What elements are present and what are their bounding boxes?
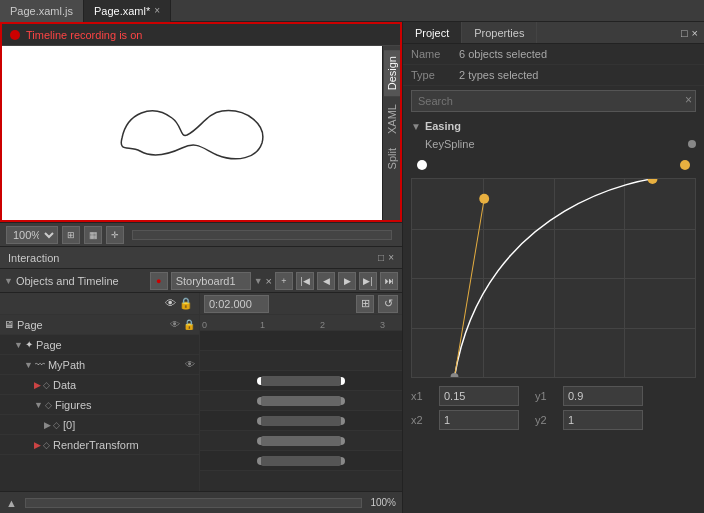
tl-row-rt	[200, 451, 402, 471]
tree-row-0[interactable]: ▶ ◇ [0]	[0, 415, 199, 435]
time-display[interactable]	[204, 295, 269, 313]
h-scrollbar[interactable]	[132, 230, 392, 240]
tl-add-marker-btn[interactable]: ⊞	[356, 295, 374, 313]
timeline-rows	[200, 331, 402, 491]
vtab-xaml-label: XAML	[386, 104, 398, 134]
canvas-content[interactable]	[2, 46, 382, 220]
tab-label: Page.xaml*	[94, 5, 150, 17]
easing-keyspline-label: KeySpline	[425, 138, 475, 150]
y1-input[interactable]	[563, 386, 643, 406]
storyboard-close-btn[interactable]: ×	[266, 275, 272, 287]
curve-circle-left[interactable]	[417, 160, 427, 170]
snap-btn[interactable]: ▦	[84, 226, 102, 244]
interaction-panel: Interaction □ × ▼ Objects and Timeline ●…	[0, 246, 402, 513]
right-panel-expand-icon[interactable]: □	[681, 27, 688, 39]
tree-row-rendertransform[interactable]: ▶ ◇ RenderTransform	[0, 435, 199, 455]
figures-diamond: ◇	[45, 400, 52, 410]
easing-keyspline-dot[interactable]	[688, 140, 696, 148]
page-label: Page	[36, 339, 62, 351]
vtab-split[interactable]: Split	[384, 142, 400, 175]
page-arrow: ▼	[14, 340, 23, 350]
control-fwd-btn[interactable]: ▶|	[359, 272, 377, 290]
tl-row-0	[200, 431, 402, 451]
y2-input[interactable]	[563, 410, 643, 430]
page-root-eye[interactable]: 👁	[170, 319, 180, 330]
bottom-up-arrow[interactable]: ▲	[6, 497, 17, 509]
search-clear-btn[interactable]: ×	[685, 93, 692, 107]
page-icon: ✦	[25, 339, 33, 350]
mypath-eye[interactable]: 👁	[185, 359, 195, 370]
storyboard-dropdown[interactable]: ▼	[254, 276, 263, 286]
add-keyframe-btn[interactable]: +	[275, 272, 293, 290]
tab-close-icon[interactable]: ×	[154, 5, 160, 16]
curve-circles-row	[411, 156, 696, 174]
easing-collapse-arrow[interactable]: ▼	[411, 121, 421, 132]
data-arrow: ▶	[34, 380, 41, 390]
interaction-close-icon[interactable]: ×	[388, 252, 394, 263]
tree-row-data[interactable]: ▶ ◇ Data	[0, 375, 199, 395]
h-timeline-scroll[interactable]	[25, 498, 363, 508]
tl-loop-btn[interactable]: ↺	[378, 295, 398, 313]
vtab-design[interactable]: Design	[384, 50, 400, 96]
fit-btn[interactable]: ✛	[106, 226, 124, 244]
control-prev-btn[interactable]: |◀	[296, 272, 314, 290]
collapse-arrow[interactable]: ▼	[4, 276, 13, 286]
tab-properties[interactable]: Properties	[462, 22, 537, 43]
left-panel: Timeline recording is on Design XAML	[0, 22, 403, 513]
right-panel-close-icon[interactable]: ×	[692, 27, 698, 39]
objects-tree-container: 👁 🔒 🖥 Page 👁 🔒	[0, 293, 402, 491]
bottom-zoom-label: 100%	[370, 497, 396, 508]
tl-row-data	[200, 391, 402, 411]
prop-name-row: Name 6 objects selected	[403, 44, 704, 65]
tl-row-page	[200, 351, 402, 371]
val-row-x2-y2: x2 y2	[411, 410, 696, 430]
page-root-lock[interactable]: 🔒	[183, 319, 195, 330]
cp1-handle[interactable]	[479, 194, 489, 204]
tl-bar-mypath	[261, 376, 342, 386]
interaction-header: Interaction □ ×	[0, 247, 402, 269]
tl-bar-rt	[261, 456, 342, 466]
mypath-label: MyPath	[48, 359, 85, 371]
control-end-btn[interactable]: ⏭	[380, 272, 398, 290]
search-input[interactable]	[411, 90, 696, 112]
tab-label: Page.xaml.js	[10, 5, 73, 17]
record-dot	[10, 30, 20, 40]
tree-row-mypath[interactable]: ▼ 〰 MyPath 👁	[0, 355, 199, 375]
tab-page-xaml-js[interactable]: Page.xaml.js	[0, 0, 84, 22]
prop-type-row: Type 2 types selected	[403, 65, 704, 86]
x1-input[interactable]	[439, 386, 519, 406]
tab-project[interactable]: Project	[403, 22, 462, 43]
control-play-btn[interactable]: ▶	[338, 272, 356, 290]
figures-arrow: ▼	[34, 400, 43, 410]
vertical-tabs: Design XAML Split	[382, 46, 400, 220]
tl-bar-0	[261, 436, 342, 446]
storyboard-name-input[interactable]	[171, 272, 251, 290]
y1-label: y1	[535, 390, 555, 402]
zoom-select[interactable]: 100%	[6, 226, 58, 244]
page-root-row-icons: 👁 🔒	[170, 319, 195, 330]
arr0-label: [0]	[63, 419, 75, 431]
val-row-x1-y1: x1 y1	[411, 386, 696, 406]
x2-input[interactable]	[439, 410, 519, 430]
tl-bar-data	[261, 396, 342, 406]
tl-bar-figures	[261, 416, 342, 426]
tree-row-page[interactable]: ▼ ✦ Page	[0, 335, 199, 355]
value-inputs: x1 y1 x2 y2	[403, 382, 704, 434]
x1-label: x1	[411, 390, 431, 402]
curve-editor[interactable]	[411, 178, 696, 378]
grid-btn[interactable]: ⊞	[62, 226, 80, 244]
cp2-handle[interactable]	[648, 179, 658, 184]
page-root-icon: 🖥	[4, 319, 14, 330]
control-back-btn[interactable]: ◀	[317, 272, 335, 290]
storyboard-record-btn[interactable]: ●	[150, 272, 168, 290]
tree-row-page-root[interactable]: 🖥 Page 👁 🔒	[0, 315, 199, 335]
interaction-expand-icon[interactable]: □	[378, 252, 384, 263]
tree-row-figures[interactable]: ▼ ◇ Figures	[0, 395, 199, 415]
right-panel: Project Properties □ × Name 6 objects se…	[403, 22, 704, 513]
svg-line-0	[455, 199, 485, 377]
tl-row-figures	[200, 411, 402, 431]
vtab-xaml[interactable]: XAML	[384, 98, 400, 140]
curve-circle-right[interactable]	[680, 160, 690, 170]
right-panel-icons: □ ×	[681, 22, 704, 43]
tab-page-xaml[interactable]: Page.xaml* ×	[84, 0, 171, 22]
